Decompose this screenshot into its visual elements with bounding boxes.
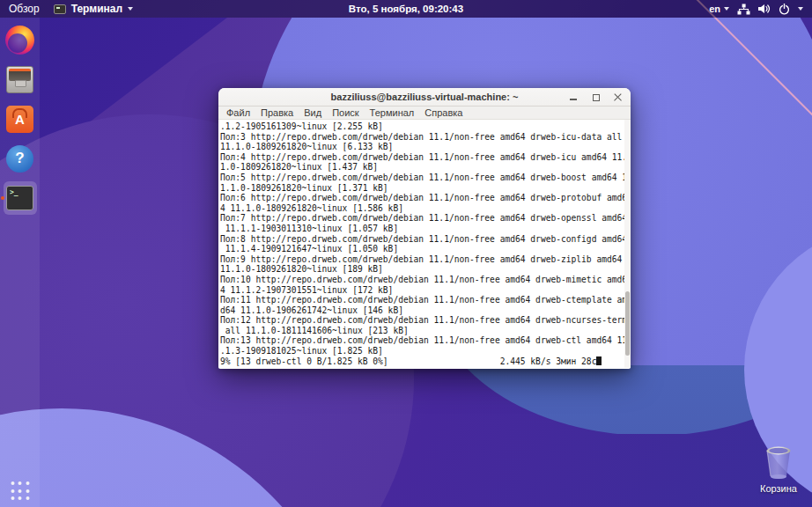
activities-button[interactable]: Обзор: [9, 3, 40, 15]
keyboard-layout-indicator[interactable]: en: [709, 4, 729, 14]
ubuntu-software-icon: A: [6, 106, 33, 133]
terminal-output: .1.2-1905161309~linux [2.255 kB]Пол:3 ht…: [220, 121, 631, 356]
network-icon: [737, 4, 750, 15]
terminal-scrollbar[interactable]: [624, 120, 631, 368]
window-title: bazziliuss@bazziliuss-virtual-machine: ~: [218, 92, 631, 102]
terminal-line: 4 11.1.2-1907301551~linux [172 kB]: [220, 285, 631, 296]
show-applications-button[interactable]: [11, 481, 29, 500]
terminal-line: 4 11.1.0-1809261820~linux [1.586 kB]: [220, 203, 631, 214]
firefox-icon: [5, 26, 34, 55]
terminal-line: Пол:10 http://repo.drweb.com/drweb/debia…: [220, 275, 631, 285]
terminal-line: .1.3-1909181025~linux [1.825 kB]: [220, 346, 631, 356]
menu-bar: Файл Правка Вид Поиск Терминал Справка: [218, 107, 631, 120]
terminal-line: 11.1.1-1903011310~linux [1.057 kB]: [220, 224, 631, 234]
terminal-line: .1.2-1905161309~linux [2.255 kB]: [220, 121, 631, 132]
terminal-line: Пол:5 http://repo.drweb.com/drweb/debian…: [220, 173, 631, 183]
menu-help[interactable]: Справка: [424, 107, 462, 118]
terminal-line: all 11.1.0-1811141606~linux [213 kB]: [220, 326, 631, 336]
terminal-line: Пол:8 http://repo.drweb.com/drweb/debian…: [220, 234, 631, 245]
dock: A ?: [0, 18, 40, 507]
maximize-icon[interactable]: [592, 93, 600, 101]
chevron-down-icon: [128, 7, 133, 11]
help-icon: ?: [6, 145, 33, 173]
chevron-down-icon: [798, 7, 803, 11]
menu-terminal[interactable]: Терминал: [370, 107, 415, 118]
menu-file[interactable]: Файл: [226, 107, 250, 118]
focused-app-label: Терминал: [71, 3, 122, 15]
focused-app-menu[interactable]: Терминал: [54, 3, 133, 15]
volume-icon: [758, 4, 771, 14]
terminal-line: Пол:9 http://repo.drweb.com/drweb/debian…: [220, 254, 631, 265]
trash-shortcut[interactable]: Корзина: [750, 445, 807, 494]
terminal-icon: [6, 186, 33, 210]
dock-item-help[interactable]: ?: [4, 142, 37, 175]
chevron-down-icon: [724, 7, 729, 11]
terminal-line: 11.1.0-1809261820~linux [6.133 kB]: [220, 142, 631, 152]
terminal-status-line: 9% [13 drweb-ctl 0 B/1.825 kB 0%] 2.445 …: [220, 356, 631, 367]
terminal-line: 1.1.0-1809261820~linux [1.371 kB]: [220, 183, 631, 194]
terminal-line: 11.1.0-1809261820~linux [189 kB]: [220, 264, 631, 275]
dock-item-terminal[interactable]: [4, 181, 37, 215]
system-status-area[interactable]: en: [709, 4, 812, 15]
minimize-icon[interactable]: [570, 93, 578, 101]
terminal-cursor: [596, 356, 602, 365]
terminal-screen[interactable]: .1.2-1905161309~linux [2.255 kB]Пол:3 ht…: [218, 120, 631, 368]
menu-edit[interactable]: Правка: [261, 107, 293, 118]
terminal-line: Пол:11 http://repo.drweb.com/drweb/debia…: [220, 295, 631, 305]
terminal-line: d64 11.1.0-1906261742~linux [146 kB]: [220, 305, 631, 316]
menu-view[interactable]: Вид: [304, 107, 321, 118]
terminal-line: Пол:12 http://repo.drweb.com/drweb/debia…: [220, 315, 631, 326]
dock-item-files[interactable]: [4, 62, 37, 96]
dock-item-ubuntu-software[interactable]: A: [4, 102, 37, 136]
power-icon: [779, 4, 790, 15]
terminal-line: Пол:6 http://repo.drweb.com/drweb/debian…: [220, 193, 631, 203]
menu-search[interactable]: Поиск: [332, 107, 358, 118]
terminal-line: Пол:3 http://repo.drweb.com/drweb/debian…: [220, 132, 631, 143]
trash-label: Корзина: [760, 483, 797, 494]
scrollbar-thumb[interactable]: [625, 291, 630, 356]
terminal-line: Пол:13 http://repo.drweb.com/drweb/debia…: [220, 335, 631, 346]
desktop: Обзор Терминал Вто, 5 ноября, 09:20:43 e…: [0, 0, 812, 507]
terminal-mini-icon: [54, 4, 66, 14]
terminal-window: bazziliuss@bazziliuss-virtual-machine: ~…: [218, 88, 631, 369]
close-icon[interactable]: [614, 93, 622, 101]
dock-item-firefox[interactable]: [4, 23, 37, 56]
terminal-line: 11.1.4-1909121647~linux [1.050 kB]: [220, 244, 631, 254]
top-bar: Обзор Терминал Вто, 5 ноября, 09:20:43 e…: [0, 0, 812, 18]
trash-icon: [761, 445, 796, 481]
files-icon: [6, 66, 33, 93]
terminal-line: Пол:7 http://repo.drweb.com/drweb/debian…: [220, 213, 631, 224]
window-titlebar[interactable]: bazziliuss@bazziliuss-virtual-machine: ~: [218, 88, 631, 107]
terminal-line: Пол:4 http://repo.drweb.com/drweb/debian…: [220, 152, 631, 163]
terminal-line: 1.0-1809261820~linux [1.437 kB]: [220, 162, 631, 173]
